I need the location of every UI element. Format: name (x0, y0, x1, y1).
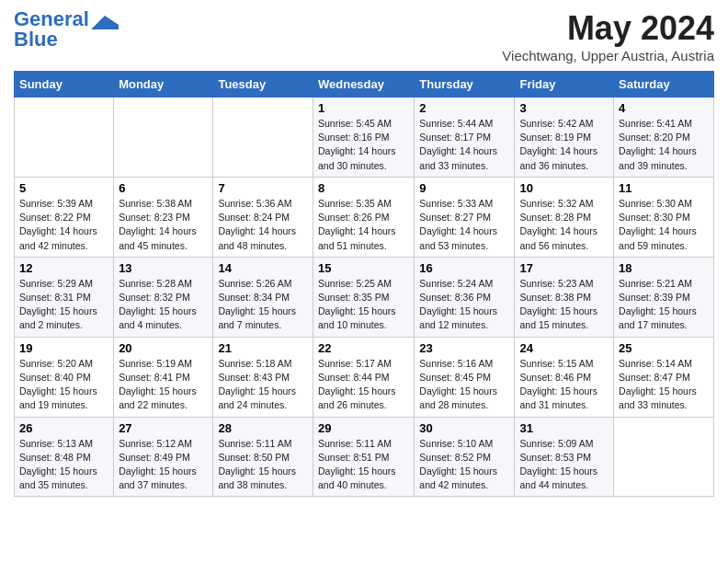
col-header-saturday: Saturday (614, 72, 714, 98)
calendar-cell: 14Sunrise: 5:26 AM Sunset: 8:34 PM Dayli… (213, 257, 313, 337)
calendar-cell: 12Sunrise: 5:29 AM Sunset: 8:31 PM Dayli… (15, 257, 114, 337)
main-title: May 2024 (502, 9, 714, 48)
calendar-cell: 6Sunrise: 5:38 AM Sunset: 8:23 PM Daylig… (114, 177, 213, 257)
day-number: 17 (519, 261, 609, 275)
day-number: 7 (218, 181, 308, 195)
calendar-cell: 11Sunrise: 5:30 AM Sunset: 8:30 PM Dayli… (614, 177, 714, 257)
day-info: Sunrise: 5:10 AM Sunset: 8:52 PM Dayligh… (419, 437, 509, 493)
calendar-cell: 25Sunrise: 5:14 AM Sunset: 8:47 PM Dayli… (614, 337, 714, 417)
day-info: Sunrise: 5:13 AM Sunset: 8:48 PM Dayligh… (19, 437, 108, 493)
calendar-cell: 8Sunrise: 5:35 AM Sunset: 8:26 PM Daylig… (313, 177, 414, 257)
day-info: Sunrise: 5:21 AM Sunset: 8:39 PM Dayligh… (619, 277, 709, 333)
day-number: 24 (519, 341, 609, 355)
day-number: 4 (619, 101, 709, 115)
day-info: Sunrise: 5:42 AM Sunset: 8:19 PM Dayligh… (519, 117, 609, 173)
day-info: Sunrise: 5:28 AM Sunset: 8:32 PM Dayligh… (119, 277, 208, 333)
calendar-cell: 29Sunrise: 5:11 AM Sunset: 8:51 PM Dayli… (313, 417, 414, 497)
day-number: 25 (619, 341, 709, 355)
title-block: May 2024 Viechtwang, Upper Austria, Aust… (502, 9, 714, 63)
day-number: 3 (519, 101, 609, 115)
day-number: 28 (218, 421, 308, 435)
day-number: 14 (218, 261, 308, 275)
day-info: Sunrise: 5:14 AM Sunset: 8:47 PM Dayligh… (619, 357, 709, 413)
page-header: GeneralBlue May 2024 Viechtwang, Upper A… (14, 9, 714, 63)
calendar-cell: 28Sunrise: 5:11 AM Sunset: 8:50 PM Dayli… (213, 417, 313, 497)
day-info: Sunrise: 5:45 AM Sunset: 8:16 PM Dayligh… (318, 117, 409, 173)
calendar-cell: 4Sunrise: 5:41 AM Sunset: 8:20 PM Daylig… (614, 98, 714, 178)
day-info: Sunrise: 5:11 AM Sunset: 8:51 PM Dayligh… (318, 437, 409, 493)
day-number: 27 (119, 421, 208, 435)
day-info: Sunrise: 5:30 AM Sunset: 8:30 PM Dayligh… (619, 197, 709, 253)
calendar-cell: 2Sunrise: 5:44 AM Sunset: 8:17 PM Daylig… (415, 98, 515, 178)
day-info: Sunrise: 5:36 AM Sunset: 8:24 PM Dayligh… (218, 197, 308, 253)
col-header-thursday: Thursday (415, 72, 515, 98)
calendar-cell: 15Sunrise: 5:25 AM Sunset: 8:35 PM Dayli… (313, 257, 414, 337)
day-number: 11 (619, 181, 709, 195)
day-number: 1 (318, 101, 409, 115)
col-header-wednesday: Wednesday (313, 72, 414, 98)
day-number: 22 (318, 341, 409, 355)
day-info: Sunrise: 5:44 AM Sunset: 8:17 PM Dayligh… (419, 117, 509, 173)
col-header-friday: Friday (515, 72, 614, 98)
day-number: 16 (419, 261, 509, 275)
day-info: Sunrise: 5:18 AM Sunset: 8:43 PM Dayligh… (218, 357, 308, 413)
day-number: 15 (318, 261, 409, 275)
calendar-cell: 17Sunrise: 5:23 AM Sunset: 8:38 PM Dayli… (515, 257, 614, 337)
day-number: 8 (318, 181, 409, 195)
day-number: 31 (519, 421, 609, 435)
day-info: Sunrise: 5:15 AM Sunset: 8:46 PM Dayligh… (519, 357, 609, 413)
calendar-cell: 19Sunrise: 5:20 AM Sunset: 8:40 PM Dayli… (15, 337, 114, 417)
day-number: 20 (119, 341, 208, 355)
logo-icon (91, 11, 119, 39)
col-header-tuesday: Tuesday (213, 72, 313, 98)
calendar-cell (114, 98, 213, 178)
day-info: Sunrise: 5:19 AM Sunset: 8:41 PM Dayligh… (119, 357, 208, 413)
day-number: 18 (619, 261, 709, 275)
subtitle: Viechtwang, Upper Austria, Austria (502, 48, 714, 63)
calendar-cell: 9Sunrise: 5:33 AM Sunset: 8:27 PM Daylig… (415, 177, 515, 257)
day-info: Sunrise: 5:20 AM Sunset: 8:40 PM Dayligh… (19, 357, 108, 413)
day-info: Sunrise: 5:17 AM Sunset: 8:44 PM Dayligh… (318, 357, 409, 413)
day-info: Sunrise: 5:24 AM Sunset: 8:36 PM Dayligh… (419, 277, 509, 333)
calendar-cell: 31Sunrise: 5:09 AM Sunset: 8:53 PM Dayli… (515, 417, 614, 497)
calendar-cell: 30Sunrise: 5:10 AM Sunset: 8:52 PM Dayli… (415, 417, 515, 497)
day-info: Sunrise: 5:12 AM Sunset: 8:49 PM Dayligh… (119, 437, 208, 493)
logo: GeneralBlue (14, 9, 119, 50)
day-info: Sunrise: 5:25 AM Sunset: 8:35 PM Dayligh… (318, 277, 409, 333)
calendar-cell: 16Sunrise: 5:24 AM Sunset: 8:36 PM Dayli… (415, 257, 515, 337)
calendar-cell: 10Sunrise: 5:32 AM Sunset: 8:28 PM Dayli… (515, 177, 614, 257)
calendar-cell: 26Sunrise: 5:13 AM Sunset: 8:48 PM Dayli… (15, 417, 114, 497)
day-number: 23 (419, 341, 509, 355)
calendar-cell: 24Sunrise: 5:15 AM Sunset: 8:46 PM Dayli… (515, 337, 614, 417)
calendar-cell: 7Sunrise: 5:36 AM Sunset: 8:24 PM Daylig… (213, 177, 313, 257)
day-info: Sunrise: 5:26 AM Sunset: 8:34 PM Dayligh… (218, 277, 308, 333)
day-number: 29 (318, 421, 409, 435)
calendar-cell: 22Sunrise: 5:17 AM Sunset: 8:44 PM Dayli… (313, 337, 414, 417)
day-number: 13 (119, 261, 208, 275)
svg-marker-0 (91, 16, 119, 29)
calendar-cell (614, 417, 714, 497)
day-info: Sunrise: 5:33 AM Sunset: 8:27 PM Dayligh… (419, 197, 509, 253)
calendar-cell: 20Sunrise: 5:19 AM Sunset: 8:41 PM Dayli… (114, 337, 213, 417)
day-info: Sunrise: 5:32 AM Sunset: 8:28 PM Dayligh… (519, 197, 609, 253)
day-info: Sunrise: 5:09 AM Sunset: 8:53 PM Dayligh… (519, 437, 609, 493)
day-info: Sunrise: 5:41 AM Sunset: 8:20 PM Dayligh… (619, 117, 709, 173)
calendar-cell: 5Sunrise: 5:39 AM Sunset: 8:22 PM Daylig… (15, 177, 114, 257)
day-info: Sunrise: 5:23 AM Sunset: 8:38 PM Dayligh… (519, 277, 609, 333)
day-number: 2 (419, 101, 509, 115)
day-info: Sunrise: 5:39 AM Sunset: 8:22 PM Dayligh… (19, 197, 108, 253)
logo-text: GeneralBlue (14, 9, 89, 50)
day-info: Sunrise: 5:35 AM Sunset: 8:26 PM Dayligh… (318, 197, 409, 253)
day-info: Sunrise: 5:38 AM Sunset: 8:23 PM Dayligh… (119, 197, 208, 253)
calendar-cell: 1Sunrise: 5:45 AM Sunset: 8:16 PM Daylig… (313, 98, 414, 178)
calendar-cell: 18Sunrise: 5:21 AM Sunset: 8:39 PM Dayli… (614, 257, 714, 337)
day-number: 21 (218, 341, 308, 355)
calendar-cell (213, 98, 313, 178)
day-number: 10 (519, 181, 609, 195)
calendar-cell: 13Sunrise: 5:28 AM Sunset: 8:32 PM Dayli… (114, 257, 213, 337)
day-number: 26 (19, 421, 108, 435)
col-header-sunday: Sunday (15, 72, 114, 98)
calendar-table: SundayMondayTuesdayWednesdayThursdayFrid… (14, 71, 714, 497)
day-info: Sunrise: 5:29 AM Sunset: 8:31 PM Dayligh… (19, 277, 108, 333)
day-number: 30 (419, 421, 509, 435)
